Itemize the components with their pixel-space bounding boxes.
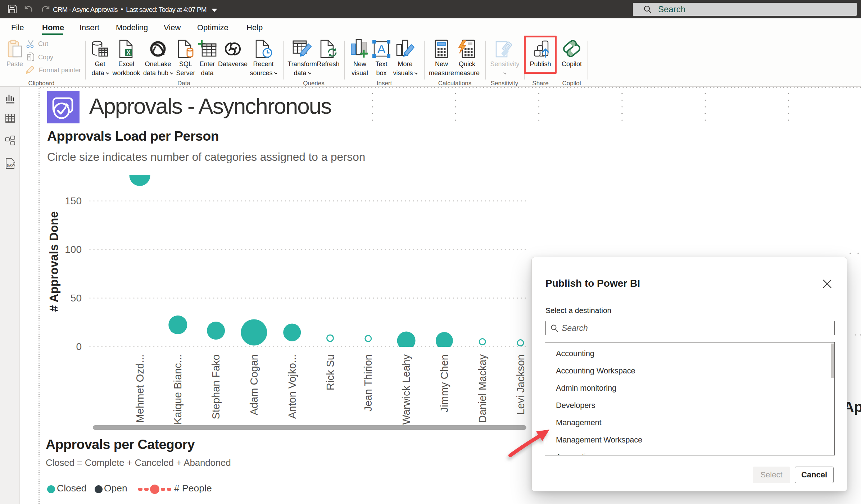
svg-text:Levi Jackson: Levi Jackson bbox=[515, 354, 526, 415]
svg-text:Anton Vojko...: Anton Vojko... bbox=[286, 354, 298, 419]
svg-text:0: 0 bbox=[76, 341, 82, 352]
svg-text:Rick Su: Rick Su bbox=[325, 354, 336, 390]
svg-text:Kaique Bianc...: Kaique Bianc... bbox=[172, 354, 183, 424]
svg-text:50: 50 bbox=[71, 292, 82, 304]
svg-text:150: 150 bbox=[65, 195, 82, 206]
svg-text:Stephan Fako: Stephan Fako bbox=[210, 354, 222, 419]
svg-text:100: 100 bbox=[65, 244, 82, 255]
svg-text:Adam Cogan: Adam Cogan bbox=[248, 354, 260, 415]
svg-text:# Approvals Done: # Approvals Done bbox=[47, 211, 60, 312]
svg-text:Mehmet Ozd...: Mehmet Ozd... bbox=[134, 354, 146, 423]
svg-text:Jean Thirion: Jean Thirion bbox=[362, 354, 374, 412]
svg-text:Jimmy Chen: Jimmy Chen bbox=[439, 354, 450, 412]
svg-text:Warwick Leahy: Warwick Leahy bbox=[400, 354, 412, 425]
svg-text:Daniel Mackay: Daniel Mackay bbox=[477, 354, 488, 423]
